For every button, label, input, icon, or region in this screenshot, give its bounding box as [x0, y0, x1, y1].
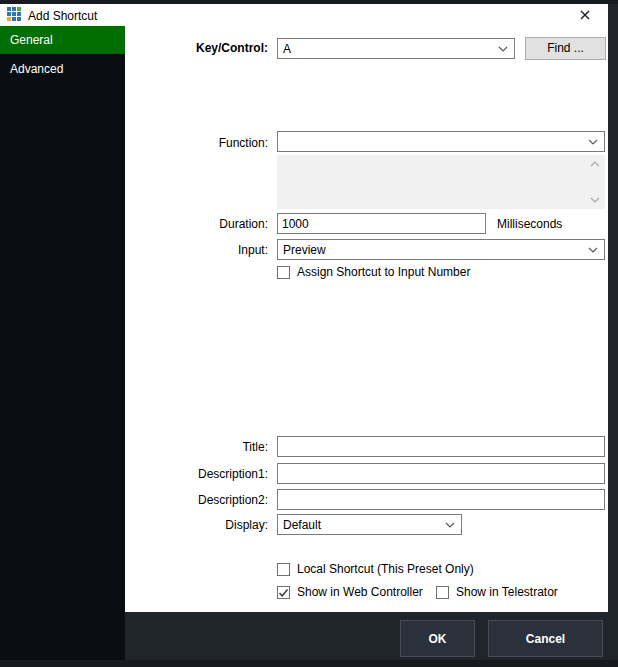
show-telestrator-checkbox[interactable]: Show in Telestrator: [436, 586, 558, 599]
sidebar-item-general[interactable]: General: [0, 26, 125, 54]
sidebar-item-label: General: [10, 33, 53, 47]
titlebar: Add Shortcut: [0, 4, 608, 26]
cancel-button[interactable]: Cancel: [488, 620, 603, 657]
scroll-up-icon[interactable]: [590, 161, 600, 167]
description1-label: Description1:: [125, 467, 268, 481]
show-web-controller-label: Show in Web Controller: [297, 586, 423, 599]
find-button-label: Find ...: [547, 41, 584, 55]
input-value: Preview: [283, 243, 326, 257]
find-button[interactable]: Find ...: [525, 37, 606, 60]
show-web-controller-checkbox[interactable]: Show in Web Controller: [277, 586, 423, 599]
chevron-down-icon: [588, 247, 598, 253]
footer-bar: OK Cancel: [125, 612, 618, 660]
description1-input[interactable]: [277, 463, 605, 484]
sidebar-item-advanced[interactable]: Advanced: [0, 55, 125, 83]
key-control-value: A: [283, 42, 291, 56]
app-logo-icon: [7, 7, 23, 23]
checkbox-box: [277, 266, 290, 279]
checkbox-box: [277, 586, 290, 599]
close-button[interactable]: [576, 7, 594, 25]
title-label: Title:: [125, 440, 268, 454]
description2-label: Description2:: [125, 493, 268, 507]
window-title: Add Shortcut: [28, 8, 97, 24]
chevron-down-icon: [588, 139, 598, 145]
description2-input[interactable]: [277, 489, 605, 510]
duration-label: Duration:: [125, 217, 268, 231]
close-icon: [578, 8, 592, 25]
local-shortcut-checkbox[interactable]: Local Shortcut (This Preset Only): [277, 563, 474, 576]
scroll-down-icon[interactable]: [590, 197, 600, 203]
function-description-box: [277, 155, 605, 209]
assign-shortcut-checkbox[interactable]: Assign Shortcut to Input Number: [277, 266, 470, 279]
window-border-bottom: [0, 660, 618, 667]
input-combobox[interactable]: Preview: [277, 239, 605, 260]
display-label: Display:: [125, 518, 268, 532]
chevron-down-icon: [498, 46, 508, 52]
general-tab-panel: Key/Control: A Find ... Function: Dura: [125, 26, 608, 612]
input-label: Input:: [125, 243, 268, 257]
duration-input[interactable]: [277, 213, 486, 234]
key-control-combobox[interactable]: A: [277, 38, 515, 59]
title-input[interactable]: [277, 436, 605, 457]
function-label: Function:: [125, 136, 268, 150]
sidebar-item-label: Advanced: [10, 62, 63, 76]
add-shortcut-dialog: Add Shortcut General Advanced Key/Contro…: [0, 0, 618, 667]
checkbox-box: [277, 563, 290, 576]
assign-shortcut-label: Assign Shortcut to Input Number: [297, 266, 470, 279]
sidebar: General Advanced: [0, 26, 125, 660]
check-icon: [278, 588, 289, 598]
function-combobox[interactable]: [277, 131, 605, 152]
display-combobox[interactable]: Default: [277, 514, 462, 535]
show-telestrator-label: Show in Telestrator: [456, 586, 558, 599]
checkbox-box: [436, 586, 449, 599]
milliseconds-label: Milliseconds: [497, 217, 562, 231]
ok-button[interactable]: OK: [400, 620, 475, 657]
chevron-down-icon: [445, 522, 455, 528]
key-control-label: Key/Control:: [125, 41, 268, 55]
local-shortcut-label: Local Shortcut (This Preset Only): [297, 563, 474, 576]
display-value: Default: [283, 518, 321, 532]
